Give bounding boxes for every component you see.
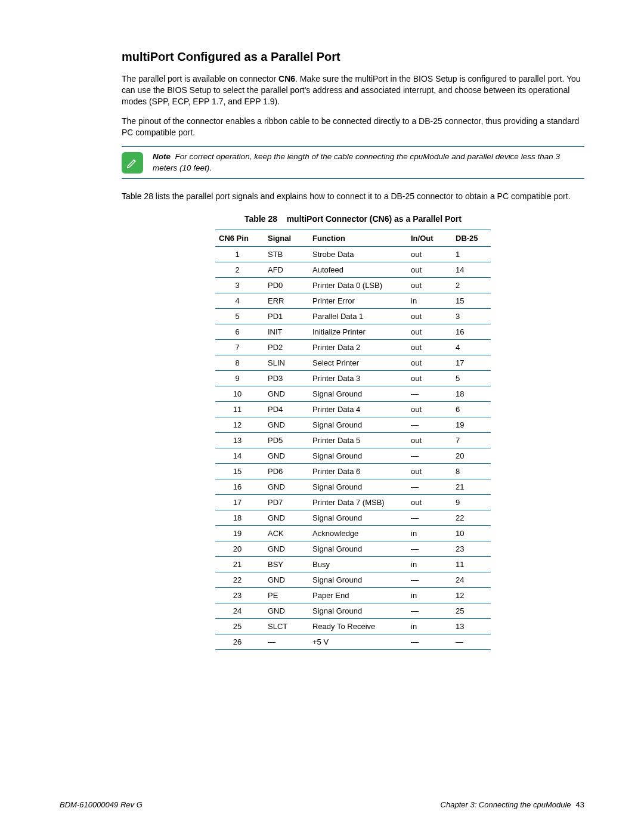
cell-pin: 19	[215, 525, 264, 541]
cell-fn: Signal Ground	[309, 417, 407, 432]
cell-io: in	[407, 525, 452, 541]
table-row: 4ERRPrinter Errorin15	[215, 293, 491, 308]
cell-io: out	[407, 401, 452, 417]
cell-io: out	[407, 262, 452, 277]
cell-sig: GND	[264, 541, 309, 556]
cell-pin: 13	[215, 432, 264, 448]
cell-pin: 7	[215, 339, 264, 355]
cell-fn: Signal Ground	[309, 572, 407, 587]
cell-db: 18	[452, 386, 491, 401]
cell-db: 14	[452, 262, 491, 277]
cell-sig: GND	[264, 386, 309, 401]
cell-pin: 25	[215, 618, 264, 634]
table-header-row: CN6 Pin Signal Function In/Out DB-25	[215, 230, 491, 246]
cell-db: 20	[452, 448, 491, 463]
cell-fn: Ready To Receive	[309, 618, 407, 634]
cell-pin: 20	[215, 541, 264, 556]
cell-io: in	[407, 556, 452, 572]
cell-db: 16	[452, 324, 491, 339]
cell-io: —	[407, 541, 452, 556]
cell-fn: Printer Data 6	[309, 463, 407, 479]
table-row: 12GNDSignal Ground—19	[215, 417, 491, 432]
cell-io: —	[407, 603, 452, 618]
table-row: 22GNDSignal Ground—24	[215, 572, 491, 587]
cell-io: out	[407, 355, 452, 370]
section-heading: multiPort Configured as a Parallel Port	[122, 50, 584, 64]
cell-pin: 6	[215, 324, 264, 339]
cell-sig: PD0	[264, 277, 309, 293]
cell-sig: SLCT	[264, 618, 309, 634]
note-text: Note For correct operation, keep the len…	[153, 151, 584, 173]
cell-fn: Signal Ground	[309, 541, 407, 556]
cell-db: 4	[452, 339, 491, 355]
cell-io: out	[407, 246, 452, 262]
cell-io: —	[407, 510, 452, 525]
col-header-function: Function	[309, 230, 407, 246]
cell-db: 12	[452, 587, 491, 603]
cell-io: —	[407, 448, 452, 463]
cell-fn: Busy	[309, 556, 407, 572]
cell-sig: GND	[264, 417, 309, 432]
cell-fn: Strobe Data	[309, 246, 407, 262]
cell-db: 7	[452, 432, 491, 448]
cell-io: out	[407, 494, 452, 510]
cell-sig: SLIN	[264, 355, 309, 370]
cell-sig: PD2	[264, 339, 309, 355]
cell-io: in	[407, 587, 452, 603]
cell-io: in	[407, 293, 452, 308]
table-row: 20GNDSignal Ground—23	[215, 541, 491, 556]
cell-sig: PD1	[264, 308, 309, 324]
cell-fn: Printer Error	[309, 293, 407, 308]
cell-sig: PD6	[264, 463, 309, 479]
cell-pin: 8	[215, 355, 264, 370]
cell-db: 6	[452, 401, 491, 417]
cell-sig: PD5	[264, 432, 309, 448]
cell-fn: Printer Data 0 (LSB)	[309, 277, 407, 293]
table-row: 2AFDAutofeedout14	[215, 262, 491, 277]
table-row: 24GNDSignal Ground—25	[215, 603, 491, 618]
table-row: 7PD2Printer Data 2out4	[215, 339, 491, 355]
cell-db: —	[452, 634, 491, 649]
table-row: 8SLINSelect Printerout17	[215, 355, 491, 370]
page-footer: BDM-610000049 Rev G Chapter 3: Connectin…	[60, 800, 584, 809]
pencil-icon	[122, 152, 143, 174]
cell-db: 24	[452, 572, 491, 587]
cell-sig: GND	[264, 572, 309, 587]
footer-doc-id: BDM-610000049 Rev G	[60, 800, 143, 809]
paragraph-1: The parallel port is available on connec…	[122, 73, 584, 107]
cell-pin: 15	[215, 463, 264, 479]
cell-fn: Parallel Data 1	[309, 308, 407, 324]
cell-sig: PD7	[264, 494, 309, 510]
cell-fn: Printer Data 2	[309, 339, 407, 355]
pinout-table: CN6 Pin Signal Function In/Out DB-25 1ST…	[215, 230, 491, 650]
cell-pin: 23	[215, 587, 264, 603]
table-row: 10GNDSignal Ground—18	[215, 386, 491, 401]
col-header-db25: DB-25	[452, 230, 491, 246]
cell-fn: Printer Data 4	[309, 401, 407, 417]
table-title: multiPort Connector (CN6) as a Parallel …	[287, 214, 462, 224]
cell-fn: Signal Ground	[309, 448, 407, 463]
cell-db: 8	[452, 463, 491, 479]
table-row: 3PD0Printer Data 0 (LSB)out2	[215, 277, 491, 293]
cell-io: —	[407, 634, 452, 649]
table-row: 1STBStrobe Dataout1	[215, 246, 491, 262]
table-row: 16GNDSignal Ground—21	[215, 479, 491, 494]
table-row: 23PEPaper Endin12	[215, 587, 491, 603]
cell-sig: PD4	[264, 401, 309, 417]
table-body: 1STBStrobe Dataout12AFDAutofeedout143PD0…	[215, 246, 491, 649]
table-caption: Table 28 multiPort Connector (CN6) as a …	[122, 214, 584, 224]
cell-pin: 21	[215, 556, 264, 572]
cell-pin: 5	[215, 308, 264, 324]
cell-fn: Signal Ground	[309, 386, 407, 401]
cell-fn: Initialize Printer	[309, 324, 407, 339]
cell-pin: 17	[215, 494, 264, 510]
cell-db: 9	[452, 494, 491, 510]
cell-io: out	[407, 463, 452, 479]
cell-pin: 18	[215, 510, 264, 525]
cell-sig: ERR	[264, 293, 309, 308]
paragraph-2: The pinout of the connector enables a ri…	[122, 116, 584, 138]
cell-db: 17	[452, 355, 491, 370]
cell-fn: Acknowledge	[309, 525, 407, 541]
cell-fn: Select Printer	[309, 355, 407, 370]
cell-io: out	[407, 324, 452, 339]
